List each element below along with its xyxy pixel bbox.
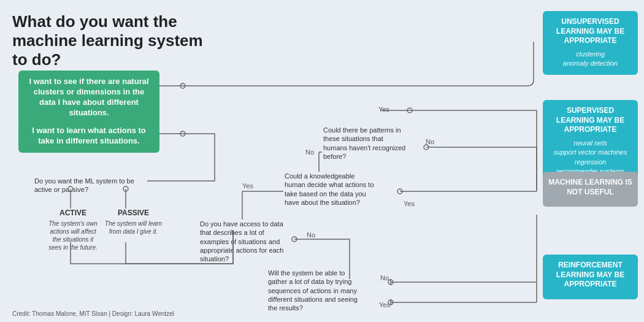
start-box-clusters: I want to see if there are natural clust…: [18, 71, 159, 125]
outcome-unsupervised: UNSUPERVISED LEARNING MAY BE APPROPRIATE…: [543, 11, 638, 75]
active-desc: The system's own actions will affect the…: [45, 220, 101, 251]
decision-data-access: Do you have access to data that describe…: [200, 220, 291, 263]
yn-no-2: No: [426, 138, 434, 145]
decision-patterns: Could there be patterns in these situati…: [323, 126, 409, 161]
svg-point-3: [180, 131, 185, 136]
passive-desc: The system will learn from data I give i…: [104, 220, 163, 236]
svg-point-18: [407, 108, 412, 113]
passive-title: PASSIVE: [104, 209, 163, 217]
outcome-supervised-title: SUPERVISED LEARNING MAY BE APPROPRIATE: [548, 106, 633, 135]
outcome-supervised: SUPERVISED LEARNING MAY BE APPROPRIATE n…: [543, 100, 638, 182]
outcome-not-useful: MACHINE LEARNING IS NOT USEFUL: [543, 172, 638, 207]
decision-human-decide: Could a knowledgeable human decide what …: [285, 172, 377, 207]
decision-active-passive: Do you want the ML system to be active o…: [34, 177, 139, 194]
yn-no-3: No: [307, 231, 315, 239]
decision-gather-data: Will the system be able to gather a lot …: [268, 269, 359, 312]
yn-yes-2: Yes: [242, 182, 253, 190]
credit-text: Credit: Thomas Malone, MIT Sloan | Desig…: [12, 310, 174, 317]
outcome-reinforcement-title: REINFORCEMENT LEARNING MAY BE APPROPRIAT…: [548, 261, 633, 289]
yn-yes-3: Yes: [404, 200, 415, 207]
outcome-unsupervised-desc: clusteringanomaly detection: [548, 50, 633, 69]
page-title: What do you want the machine learning sy…: [12, 12, 209, 70]
active-title: ACTIVE: [45, 209, 101, 217]
start-box-actions: I want to learn what actions to take in …: [18, 120, 159, 153]
outcome-unsupervised-title: UNSUPERVISED LEARNING MAY BE APPROPRIATE: [548, 17, 633, 46]
outcome-reinforcement: REINFORCEMENT LEARNING MAY BE APPROPRIAT…: [543, 255, 638, 299]
passive-branch: PASSIVE The system will learn from data …: [104, 209, 163, 236]
outcome-supervised-desc: neural netssupport vector machinesregres…: [548, 139, 633, 177]
svg-point-13: [397, 189, 402, 194]
yn-no-4: No: [380, 274, 389, 282]
svg-point-9: [292, 237, 297, 242]
svg-point-20: [424, 145, 429, 150]
yn-no-1: No: [305, 148, 314, 156]
svg-point-22: [388, 280, 393, 285]
svg-point-0: [180, 83, 185, 88]
active-branch: ACTIVE The system's own actions will aff…: [45, 209, 101, 251]
outcome-not-useful-title: MACHINE LEARNING IS NOT USEFUL: [548, 178, 633, 197]
yn-yes-1: Yes: [378, 105, 389, 113]
yn-yes-4: Yes: [379, 301, 390, 309]
